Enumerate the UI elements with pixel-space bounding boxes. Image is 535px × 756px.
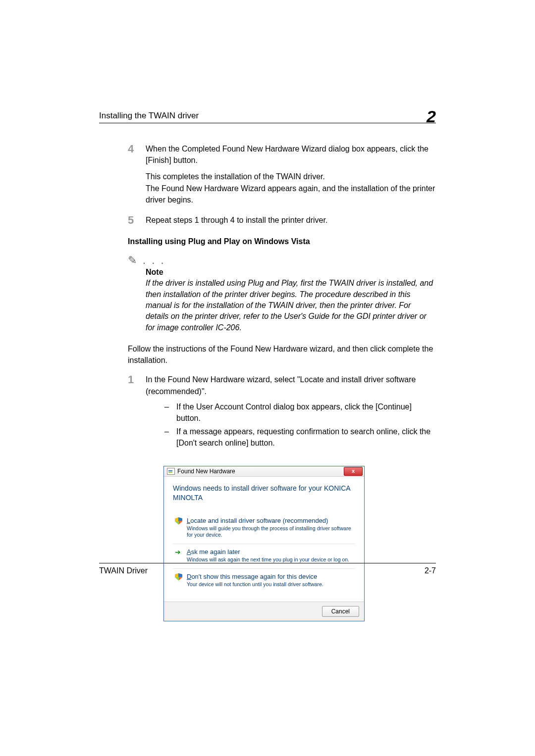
page-header: Installing the TWAIN driver 2: [99, 104, 436, 123]
step-1-sub-a: If the User Account Control dialog box a…: [176, 401, 436, 424]
option-desc: Windows will ask again the next time you…: [187, 556, 352, 563]
footer-left: TWAIN Driver: [99, 566, 148, 575]
step-4-sub-line1: This completes the installation of the T…: [146, 171, 436, 182]
option-title: Locate and install driver software (reco…: [187, 517, 352, 524]
option-locate-install[interactable]: Locate and install driver software (reco…: [173, 513, 355, 544]
mnemonic-char: A: [187, 548, 191, 555]
note-text: If the driver is installed using Plug an…: [146, 278, 436, 333]
option-desc: Your device will not function until you …: [187, 581, 352, 588]
step-number: 5: [128, 214, 146, 226]
step-1-sub-b: If a message appears, requesting confirm…: [176, 426, 436, 449]
step-4-sub: This completes the installation of the T…: [146, 171, 436, 205]
step-1-sublist: If the User Account Control dialog box a…: [163, 401, 436, 449]
dialog-title-text: Found New Hardware: [177, 468, 235, 475]
found-new-hardware-dialog: Found New Hardware x Windows needs to in…: [163, 466, 365, 622]
option-title-rest: ocate and install driver software (recom…: [190, 517, 328, 524]
intro-paragraph: Follow the instructions of the Found New…: [128, 343, 436, 366]
arrow-icon: ➔: [175, 549, 182, 556]
dialog-heading-line1: Windows needs to install driver software…: [173, 484, 355, 494]
footer-right: 2-7: [425, 566, 436, 575]
page-content: 4 When the Completed Found New Hardware …: [99, 123, 436, 621]
note-icon: ✎ . . .: [128, 254, 436, 268]
step-body: When the Completed Found New Hardware Wi…: [146, 143, 436, 166]
step-1-text: In the Found New Hardware wizard, select…: [146, 374, 436, 397]
step-number: 1: [128, 374, 146, 386]
dialog-heading-line2: MINOLTA: [173, 493, 355, 503]
section-heading: Installing using Plug and Play on Window…: [128, 237, 436, 246]
header-title: Installing the TWAIN driver: [99, 111, 199, 121]
close-button[interactable]: x: [344, 467, 363, 476]
page-footer: TWAIN Driver 2-7: [99, 563, 436, 575]
step-number: 4: [128, 143, 146, 155]
step-5: 5 Repeat steps 1 through 4 to install th…: [128, 214, 436, 226]
dialog-titlebar: Found New Hardware x: [164, 466, 364, 477]
option-title-rest: sk me again later: [191, 548, 240, 555]
dialog-footer: Cancel: [164, 602, 364, 621]
step-body: Repeat steps 1 through 4 to install the …: [146, 214, 327, 226]
step-4-sub-line2: The Found New Hardware Wizard appears ag…: [146, 183, 436, 205]
chapter-number: 2: [427, 108, 436, 125]
document-page: Installing the TWAIN driver 2 4 When the…: [0, 0, 535, 756]
note-block: ✎ . . . Note If the driver is installed …: [128, 254, 436, 333]
shield-icon: [175, 517, 182, 525]
option-title: Ask me again later: [187, 548, 352, 555]
window-icon: [167, 468, 175, 475]
note-label: Note: [146, 268, 436, 277]
cancel-button[interactable]: Cancel: [322, 606, 359, 617]
step-body: In the Found New Hardware wizard, select…: [146, 374, 436, 451]
step-1: 1 In the Found New Hardware wizard, sele…: [128, 374, 436, 451]
step-4: 4 When the Completed Found New Hardware …: [128, 143, 436, 166]
dialog-heading: Windows needs to install driver software…: [173, 484, 355, 503]
dialog-screenshot: Found New Hardware x Windows needs to in…: [163, 466, 436, 622]
dialog-body: Windows needs to install driver software…: [164, 477, 364, 602]
option-desc: Windows will guide you through the proce…: [187, 525, 352, 539]
